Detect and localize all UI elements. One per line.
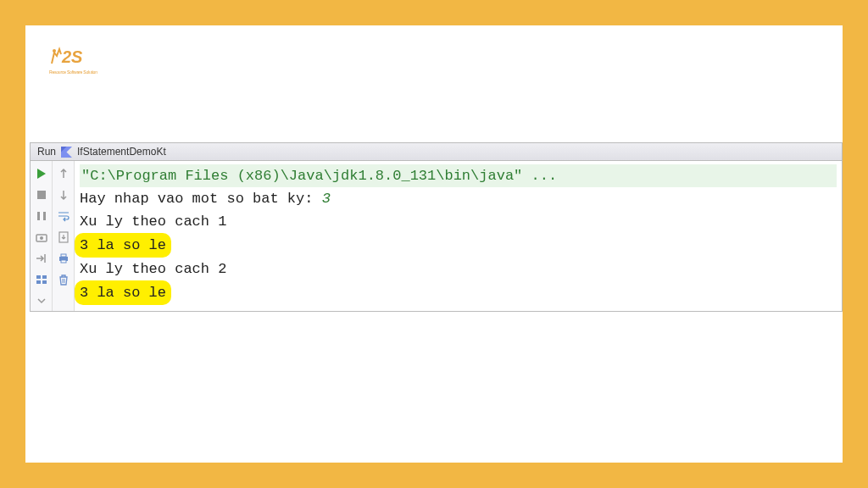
run-panel: Run IfStatementDemoKt [30, 142, 843, 312]
svg-text:2S: 2S [61, 47, 83, 66]
svg-rect-12 [36, 280, 41, 284]
logo-tagline: Resource Software Solution [49, 69, 97, 75]
print-button[interactable] [53, 247, 75, 269]
toolbar-left-column [31, 161, 53, 311]
run-label: Run [37, 146, 56, 158]
console-output[interactable]: "C:\Program Files (x86)\Java\jdk1.8.0_13… [75, 161, 842, 311]
content-card: 2S Resource Software Solution Run IfStat… [25, 25, 843, 463]
exit-button[interactable] [31, 247, 53, 269]
layout-button[interactable] [31, 269, 53, 290]
scroll-up-button[interactable] [53, 163, 75, 184]
svg-rect-11 [42, 275, 47, 279]
highlighted-result-2: 3 la so le [75, 280, 171, 305]
output-line-2: Xu ly theo cach 2 [80, 261, 226, 277]
more-button[interactable] [31, 290, 53, 311]
svg-marker-4 [37, 169, 46, 179]
svg-rect-7 [43, 212, 46, 220]
run-config-name: IfStatementDemoKt [77, 146, 166, 158]
user-input: 3 [322, 191, 331, 207]
dump-button[interactable] [31, 226, 53, 247]
svg-rect-13 [42, 280, 47, 284]
prompt-text: Hay nhap vao mot so bat ky: [80, 191, 322, 207]
kotlin-file-icon [61, 147, 72, 158]
scroll-to-end-button[interactable] [53, 226, 75, 247]
svg-rect-16 [61, 254, 66, 257]
stop-button[interactable] [31, 184, 53, 205]
run-panel-header: Run IfStatementDemoKt [31, 143, 842, 161]
soft-wrap-button[interactable] [53, 205, 75, 226]
logo: 2S Resource Software Solution [49, 42, 100, 75]
svg-point-9 [40, 236, 43, 240]
command-line: "C:\Program Files (x86)\Java\jdk1.8.0_13… [80, 164, 837, 187]
run-body: "C:\Program Files (x86)\Java\jdk1.8.0_13… [31, 161, 842, 311]
pause-button[interactable] [31, 205, 53, 226]
scroll-down-button[interactable] [53, 184, 75, 205]
output-line-1: Xu ly theo cach 1 [80, 214, 226, 230]
svg-rect-5 [37, 191, 46, 199]
svg-rect-10 [36, 275, 41, 279]
toolbar-right-column [53, 161, 75, 311]
clear-button[interactable] [53, 269, 75, 290]
svg-point-0 [53, 49, 56, 53]
highlighted-result-1: 3 la so le [75, 233, 171, 258]
r2s-logo-icon: 2S [49, 42, 100, 68]
svg-rect-17 [61, 260, 66, 263]
play-button[interactable] [31, 163, 53, 184]
svg-rect-6 [37, 212, 40, 220]
